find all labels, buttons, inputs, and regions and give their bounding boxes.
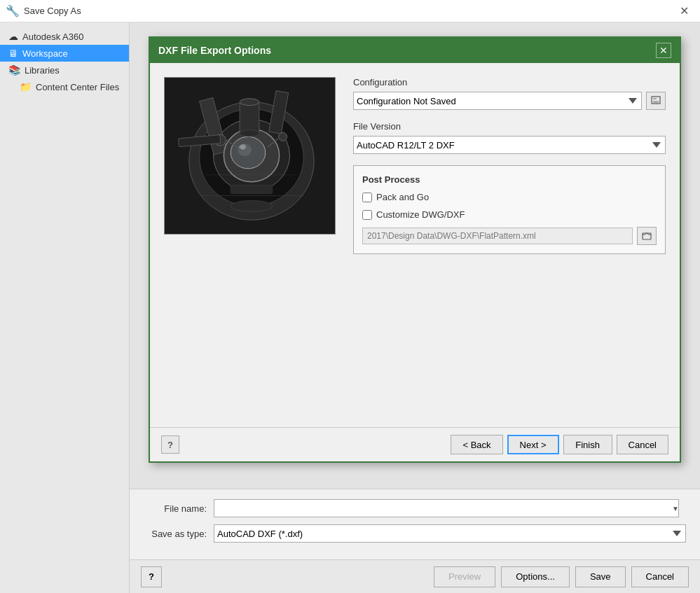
dialog-help-button[interactable]: ? <box>161 435 179 454</box>
main-footer: ? Preview Options... Save Cancel <box>130 559 700 593</box>
cancel-button[interactable]: Cancel <box>617 435 668 454</box>
workspace-icon: 🖥 <box>8 48 18 59</box>
save-as-type-label: Save as type: <box>144 529 207 539</box>
dialog-footer: ? < Back Next > Finish Cancel <box>150 427 680 461</box>
sidebar-item-autodesk-a360[interactable]: ☁ Autodesk A360 <box>0 28 129 45</box>
window-close-button[interactable]: ✕ <box>674 1 694 20</box>
sidebar-item-libraries[interactable]: 📚 Libraries <box>0 62 129 78</box>
post-process-group: Post Process Pack and Go Customize DWG/D… <box>353 165 666 254</box>
svg-point-13 <box>279 132 287 141</box>
pack-and-go-label[interactable]: Pack and Go <box>376 192 429 202</box>
customize-dwg-dxf-row: Customize DWG/DXF <box>362 209 657 220</box>
svg-point-17 <box>240 99 259 106</box>
configuration-label: Configuration <box>353 77 666 88</box>
pack-and-go-row: Pack and Go <box>362 192 657 202</box>
preview-image-area <box>164 77 339 413</box>
back-button[interactable]: < Back <box>451 435 502 454</box>
file-version-select[interactable]: AutoCAD R12/LT 2 DXF AutoCAD 2000 DXF Au… <box>353 136 666 154</box>
options-button[interactable]: Options... <box>501 566 570 587</box>
svg-rect-23 <box>653 101 659 103</box>
dxf-export-dialog: DXF File Export Options ✕ <box>149 36 681 463</box>
content-center-icon: 📁 <box>20 81 32 92</box>
title-bar: 🔧 Save Copy As ✕ <box>0 0 700 22</box>
configuration-action-button[interactable] <box>646 92 666 110</box>
sidebar-item-label: Autodesk A360 <box>22 32 83 42</box>
next-button[interactable]: Next > <box>507 435 559 454</box>
main-cancel-button[interactable]: Cancel <box>631 566 689 587</box>
file-version-label: File Version <box>353 121 666 132</box>
customize-dwg-dxf-label[interactable]: Customize DWG/DXF <box>376 209 465 220</box>
title-bar-left: 🔧 Save Copy As <box>6 4 81 18</box>
svg-rect-25 <box>643 233 651 239</box>
file-name-label: File name: <box>144 503 207 514</box>
preview-button[interactable]: Preview <box>434 566 495 587</box>
svg-rect-24 <box>653 98 657 99</box>
content-area: DXF File Export Options ✕ <box>130 22 700 593</box>
browse-file-button[interactable] <box>637 227 657 245</box>
dialog-titlebar: DXF File Export Options ✕ <box>150 38 680 63</box>
svg-rect-11 <box>231 186 272 194</box>
sidebar-item-label: Libraries <box>25 65 60 76</box>
file-version-field: File Version AutoCAD R12/LT 2 DXF AutoCA… <box>353 121 666 154</box>
svg-rect-16 <box>240 102 259 134</box>
dialog-title: DXF File Export Options <box>158 45 271 56</box>
preview-image <box>164 77 336 235</box>
dialog-options: Configuration Configuration Not Saved <box>353 77 666 413</box>
sidebar-item-content-center-files[interactable]: 📁 Content Center Files <box>0 78 129 95</box>
autodesk-a360-icon: ☁ <box>8 31 18 42</box>
browse-icon <box>642 231 652 241</box>
svg-point-18 <box>240 130 259 137</box>
sidebar: ☁ Autodesk A360 🖥 Workspace 📚 Libraries … <box>0 22 130 593</box>
libraries-icon: 📚 <box>8 64 20 76</box>
file-name-row: File name: ▼ <box>144 499 686 517</box>
file-path-row <box>362 227 657 245</box>
main-layout: ☁ Autodesk A360 🖥 Workspace 📚 Libraries … <box>0 22 700 593</box>
save-as-type-row: Save as type: AutoCAD DXF (*.dxf) <box>144 524 686 543</box>
customize-dwg-dxf-checkbox[interactable] <box>362 210 372 220</box>
save-as-type-select[interactable]: AutoCAD DXF (*.dxf) <box>214 524 686 543</box>
preview-svg <box>165 78 335 234</box>
file-path-input <box>362 228 633 244</box>
main-footer-right: Preview Options... Save Cancel <box>434 566 689 587</box>
file-name-input[interactable] <box>214 499 679 517</box>
finish-button[interactable]: Finish <box>563 435 612 454</box>
save-area: File name: ▼ Save as type: AutoCAD DXF (… <box>130 489 700 559</box>
config-icon <box>651 96 661 106</box>
sidebar-item-label: Workspace <box>22 48 68 59</box>
pack-and-go-checkbox[interactable] <box>362 193 372 202</box>
main-help-button[interactable]: ? <box>141 566 162 587</box>
configuration-field: Configuration Configuration Not Saved <box>353 77 666 110</box>
post-process-title: Post Process <box>362 174 657 185</box>
dialog-footer-right: < Back Next > Finish Cancel <box>451 435 668 454</box>
configuration-select[interactable]: Configuration Not Saved <box>353 92 642 110</box>
file-version-row: AutoCAD R12/LT 2 DXF AutoCAD 2000 DXF Au… <box>353 136 666 154</box>
sidebar-item-workspace[interactable]: 🖥 Workspace <box>0 45 129 62</box>
save-button[interactable]: Save <box>575 566 626 587</box>
dialog-close-button[interactable]: ✕ <box>656 43 671 58</box>
configuration-row: Configuration Not Saved <box>353 92 666 110</box>
sidebar-item-label: Content Center Files <box>36 82 119 92</box>
svg-point-21 <box>231 200 272 211</box>
dialog-body: Configuration Configuration Not Saved <box>150 63 680 427</box>
window-title: Save Copy As <box>24 6 81 16</box>
app-icon: 🔧 <box>6 4 20 18</box>
